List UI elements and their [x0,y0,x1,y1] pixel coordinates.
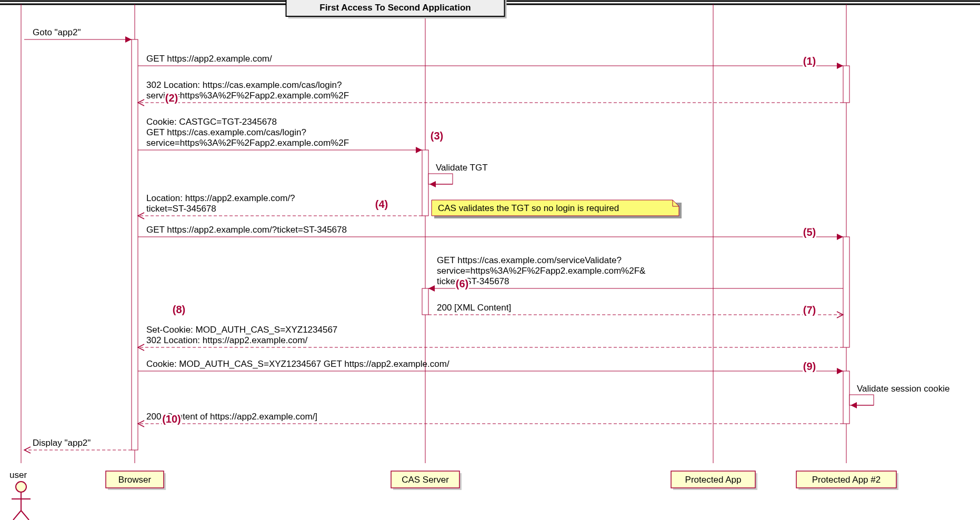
svg-rect-22 [849,395,874,405]
lane-cas-label: CAS Server [402,475,449,485]
svg-line-31 [13,511,21,520]
lane-app2-label: Protected App #2 [812,475,881,485]
msg-m_ticket_loc-label: Location: https://app2.example.com/?tick… [146,193,295,214]
msg-m_cookie_get-label: Cookie: MOD_AUTH_CAS_S=XYZ1234567 GET ht… [146,359,449,369]
step-m_cookie_get: (9) [803,361,816,372]
msg-m_validate_tgt-label: Validate TGT [436,163,488,173]
msg-m_get_app2-label: GET https://app2.example.com/ [146,54,272,64]
activation-app2 [843,237,849,347]
activation-cas [422,288,428,315]
svg-marker-9 [416,147,422,153]
msg-m_cookie_caslogin-label: Cookie: CASTGC=TGT-2345678GET https://ca… [146,117,349,148]
svg-marker-16 [428,285,435,292]
svg-marker-5 [125,36,132,43]
step-m_setcookie_302: (8) [173,304,185,315]
svg-rect-11 [428,174,453,184]
msg-m_validate_sess-label: Validate session cookie [857,384,949,394]
msg-m_setcookie_302-label: Set-Cookie: MOD_AUTH_CAS_S=XYZ1234567302… [146,325,337,345]
msg-m_200_xml-label: 200 [XML Content] [437,303,511,313]
actor-user-head [16,482,26,492]
svg-line-32 [21,511,29,520]
activation-cas [422,150,428,216]
svg-marker-14 [837,234,843,240]
msg-m_get_app2_ticket-label: GET https://app2.example.com/?ticket=ST-… [146,225,347,235]
svg-marker-6 [837,63,843,69]
svg-marker-20 [837,368,843,374]
msg-m_user_goto-label: Goto "app2" [33,27,81,37]
step-m_get_app2_ticket: (5) [803,226,816,238]
step-m_svc_validate: (6) [456,278,468,289]
activation-app2 [843,371,849,424]
step-m_cookie_caslogin: (3) [431,130,443,142]
lane-app1-label: Protected App [685,475,742,485]
activation-browser [132,39,138,450]
step-m_302_login: (2) [165,92,178,104]
diagram-title: First Access To Second Application [319,3,471,13]
lane-browser-label: Browser [118,475,152,485]
step-m_200_xml: (7) [803,304,816,316]
step-m_get_app2: (1) [803,55,816,67]
msg-m_display-label: Display "app2" [33,438,91,448]
step-m_ticket_loc: (4) [375,198,388,210]
step-m_200_content: (10) [162,413,181,425]
lane-user-label: user [9,470,27,480]
activation-app2 [843,66,849,103]
note-tgt-validated-text: CAS validates the TGT so no login is req… [438,203,619,213]
